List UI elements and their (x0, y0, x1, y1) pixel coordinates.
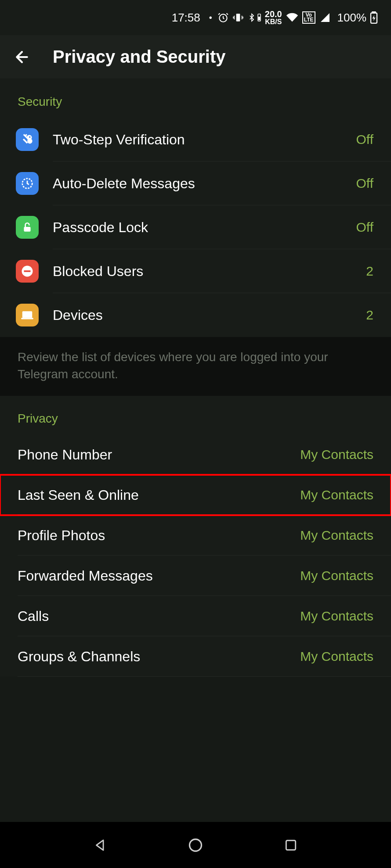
two-step-verification-row[interactable]: Two-Step Verification Off (0, 118, 391, 161)
arrow-left-icon (13, 48, 31, 66)
svg-rect-14 (21, 318, 33, 319)
svg-point-7 (29, 136, 31, 138)
item-label: Auto-Delete Messages (53, 176, 356, 192)
devices-row[interactable]: Devices 2 (0, 293, 391, 337)
volte-icon: VoLTE (302, 11, 315, 24)
item-value: My Contacts (300, 447, 373, 462)
svg-rect-12 (24, 270, 31, 272)
privacy-header: Privacy (0, 396, 391, 434)
blocked-users-row[interactable]: Blocked Users 2 (0, 249, 391, 293)
item-value: 2 (366, 264, 373, 279)
item-value: My Contacts (300, 568, 373, 583)
triangle-back-icon (93, 837, 108, 854)
auto-delete-row[interactable]: Auto-Delete Messages Off (0, 161, 391, 205)
last-seen-row[interactable]: Last Seen & Online My Contacts (0, 475, 391, 515)
item-label: Two-Step Verification (53, 132, 356, 148)
item-value: Off (356, 220, 373, 235)
item-value: 2 (366, 308, 373, 323)
devices-icon (16, 304, 39, 326)
item-label: Passcode Lock (53, 219, 356, 236)
item-value: My Contacts (300, 488, 373, 502)
key-icon (16, 128, 39, 151)
content: Security Two-Step Verification Off Auto-… (0, 79, 391, 822)
svg-rect-8 (23, 139, 28, 144)
item-label: Groups & Channels (18, 649, 300, 665)
svg-rect-10 (24, 227, 30, 232)
svg-rect-3 (258, 17, 260, 20)
svg-rect-5 (373, 12, 376, 13)
battery-percent: 100% (337, 11, 367, 25)
forwarded-messages-row[interactable]: Forwarded Messages My Contacts (0, 556, 391, 596)
profile-photos-row[interactable]: Profile Photos My Contacts (0, 515, 391, 556)
status-dot: • (209, 13, 212, 23)
phone-number-row[interactable]: Phone Number My Contacts (0, 434, 391, 475)
app-bar: Privacy and Security (0, 35, 391, 79)
battery-icon (370, 11, 378, 24)
item-label: Profile Photos (18, 527, 300, 544)
status-time: 17:58 (172, 11, 200, 25)
screen: 17:58 • 20.0 KB/S VoLTE 100% (0, 0, 391, 868)
item-value: My Contacts (300, 649, 373, 664)
timer-icon (16, 172, 39, 195)
item-value: My Contacts (300, 609, 373, 624)
groups-channels-row[interactable]: Groups & Channels My Contacts (0, 636, 391, 677)
navigation-bar (0, 822, 391, 868)
item-value: Off (356, 132, 373, 147)
item-value: Off (356, 176, 373, 191)
circle-home-icon (188, 837, 203, 853)
vibrate-icon (232, 12, 244, 23)
item-label: Devices (53, 307, 366, 323)
signal-icon (319, 12, 331, 23)
svg-rect-13 (22, 311, 33, 318)
wifi-icon (286, 12, 299, 23)
back-button[interactable] (13, 48, 40, 66)
bluetooth-icon (247, 11, 261, 24)
alarm-icon (217, 12, 229, 23)
item-label: Last Seen & Online (18, 487, 300, 503)
privacy-section: Privacy Phone Number My Contacts Last Se… (0, 396, 391, 677)
svg-rect-1 (236, 14, 240, 21)
block-icon (16, 260, 39, 283)
nav-back-button[interactable] (87, 832, 113, 858)
network-speed: 20.0 KB/S (265, 10, 282, 25)
item-label: Forwarded Messages (18, 568, 300, 584)
nav-home-button[interactable] (182, 832, 209, 858)
lock-icon (16, 216, 39, 239)
passcode-lock-row[interactable]: Passcode Lock Off (0, 205, 391, 249)
item-value: My Contacts (300, 528, 373, 543)
calls-row[interactable]: Calls My Contacts (0, 596, 391, 636)
security-header: Security (0, 79, 391, 118)
item-label: Calls (18, 608, 300, 624)
security-section: Security Two-Step Verification Off Auto-… (0, 79, 391, 337)
item-label: Blocked Users (53, 263, 366, 280)
square-recent-icon (284, 838, 298, 852)
page-title: Privacy and Security (53, 47, 226, 67)
status-bar: 17:58 • 20.0 KB/S VoLTE 100% (0, 0, 391, 35)
security-footer: Review the list of devices where you are… (0, 337, 391, 396)
item-label: Phone Number (18, 447, 300, 463)
svg-rect-16 (286, 840, 295, 850)
nav-recent-button[interactable] (278, 832, 304, 858)
svg-point-15 (189, 839, 201, 851)
